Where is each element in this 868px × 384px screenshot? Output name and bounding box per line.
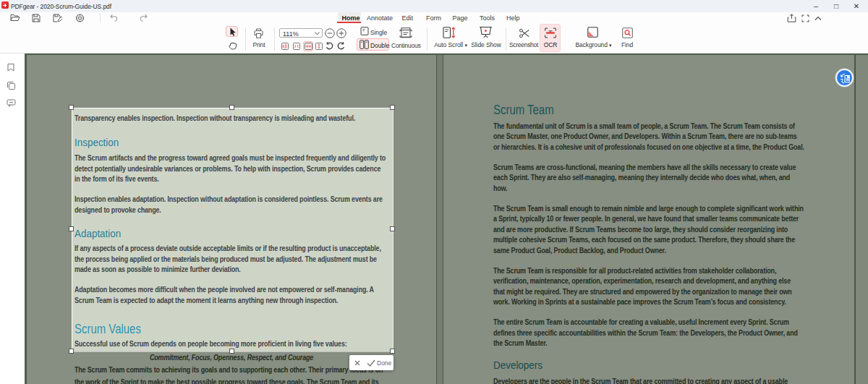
svg-text:W: W [846,78,849,82]
